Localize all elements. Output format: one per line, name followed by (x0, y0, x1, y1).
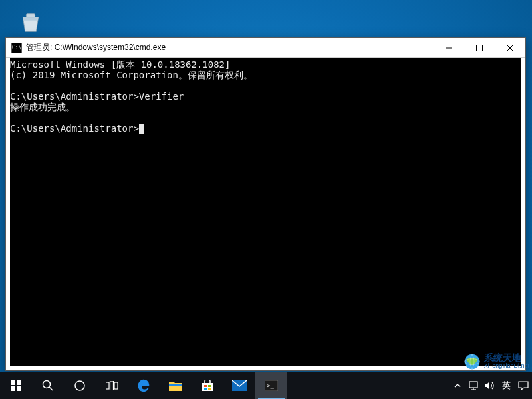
recycle-bin-icon[interactable] (15, 7, 47, 39)
desktop: C:\ 管理员: C:\Windows\system32\cmd.exe Mic… (0, 0, 532, 399)
svg-line-12 (49, 387, 53, 390)
volume-icon[interactable] (483, 372, 495, 399)
cmd-icon: C:\ (11, 43, 22, 53)
action-center-icon[interactable] (517, 372, 529, 399)
svg-rect-20 (208, 385, 211, 387)
ime-indicator[interactable]: 英 (499, 380, 513, 392)
titlebar[interactable]: C:\ 管理员: C:\Windows\system32\cmd.exe (6, 38, 525, 58)
terminal-line: Microsoft Windows [版本 10.0.18362.1082] (10, 59, 230, 70)
globe-icon (463, 352, 481, 371)
start-button[interactable] (0, 372, 32, 399)
terminal-prompt: C:\Users\Administrator> (10, 123, 139, 134)
cmd-taskbar-button[interactable]: >_ (255, 372, 287, 399)
terminal-line: C:\Users\Administrator>Verifier (10, 91, 184, 102)
cmd-window: C:\ 管理员: C:\Windows\system32\cmd.exe Mic… (5, 37, 526, 371)
window-title: 管理员: C:\Windows\system32\cmd.exe (26, 42, 434, 53)
svg-rect-18 (202, 383, 213, 391)
close-button[interactable] (495, 38, 525, 57)
svg-rect-21 (204, 388, 207, 390)
svg-rect-26 (469, 382, 477, 388)
file-explorer-button[interactable] (160, 372, 192, 399)
cortana-button[interactable] (64, 372, 96, 399)
window-controls (434, 38, 525, 57)
network-icon[interactable] (467, 372, 479, 399)
svg-rect-17 (169, 384, 182, 386)
svg-rect-16 (114, 382, 118, 389)
terminal-line: (c) 2019 Microsoft Corporation。保留所有权利。 (10, 70, 253, 80)
svg-point-11 (43, 381, 51, 388)
watermark: 系统天地 XiTongTianDi.net (463, 352, 529, 371)
system-tray: 英 (449, 372, 532, 399)
svg-rect-10 (17, 386, 21, 391)
watermark-title: 系统天地 (484, 354, 529, 362)
taskbar: >_ 英 (0, 372, 532, 399)
cursor (139, 124, 144, 134)
svg-rect-22 (208, 388, 211, 390)
svg-rect-9 (11, 386, 15, 391)
mail-button[interactable] (223, 372, 255, 399)
svg-rect-2 (477, 45, 483, 51)
svg-rect-8 (17, 380, 21, 385)
svg-rect-7 (11, 380, 15, 385)
svg-text:>_: >_ (267, 382, 274, 389)
maximize-button[interactable] (464, 38, 495, 57)
task-view-button[interactable] (96, 372, 128, 399)
svg-point-13 (75, 381, 84, 390)
edge-button[interactable] (128, 372, 160, 399)
store-button[interactable] (192, 372, 223, 399)
svg-rect-0 (26, 14, 35, 17)
taskbar-spacer (287, 372, 449, 399)
svg-rect-19 (204, 385, 207, 387)
tray-chevron-icon[interactable] (452, 372, 464, 399)
svg-rect-14 (106, 382, 109, 389)
search-button[interactable] (32, 372, 64, 399)
svg-rect-15 (110, 381, 114, 390)
terminal-output[interactable]: Microsoft Windows [版本 10.0.18362.1082] (… (6, 58, 525, 370)
minimize-button[interactable] (434, 38, 464, 57)
watermark-url: XiTongTianDi.net (484, 362, 529, 370)
terminal-line: 操作成功完成。 (10, 102, 75, 112)
